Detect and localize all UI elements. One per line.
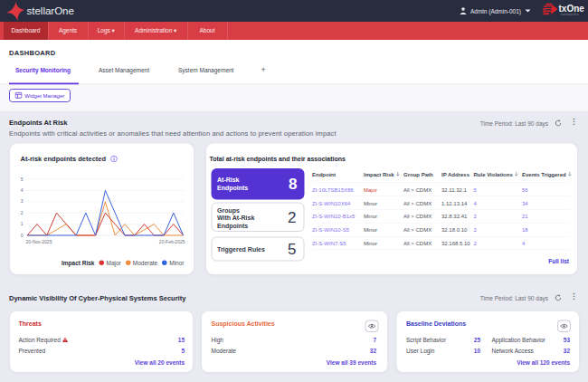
svg-text:3: 3 xyxy=(21,198,24,204)
svg-text:20-Feb-2025: 20-Feb-2025 xyxy=(159,239,185,244)
svg-text:1: 1 xyxy=(21,221,24,226)
svg-text:5: 5 xyxy=(21,177,24,182)
svg-text:20-Nov-2025: 20-Nov-2025 xyxy=(26,239,52,244)
svg-text:2: 2 xyxy=(21,210,24,215)
svg-text:4: 4 xyxy=(21,187,24,193)
svg-text:0: 0 xyxy=(21,233,24,238)
